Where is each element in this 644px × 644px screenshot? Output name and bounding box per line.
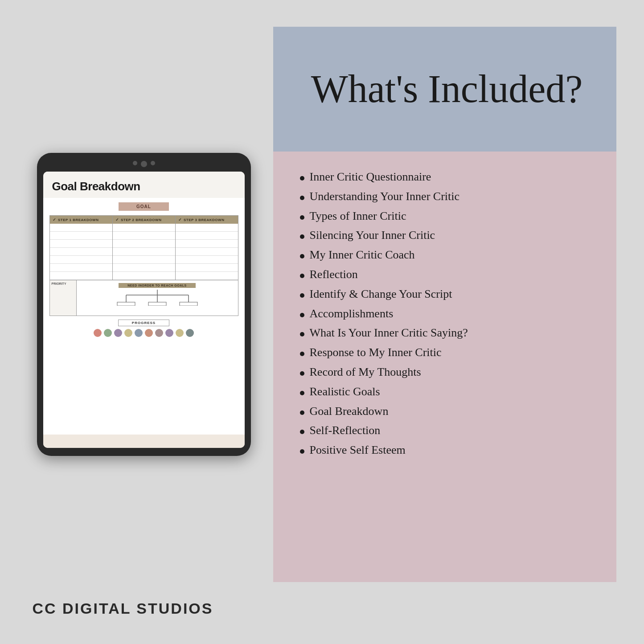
step1-rows (50, 224, 112, 280)
step3-row (176, 264, 238, 272)
needs-section: PRIORITY NEED INORDER TO REACH GOALS (49, 280, 238, 316)
step2-cell (113, 232, 175, 239)
tablet-dot-2 (151, 161, 155, 165)
color-dot-0 (94, 329, 102, 337)
bullet-icon-10 (300, 371, 304, 376)
list-item-6: Identify & Change Your Script (300, 287, 594, 302)
screen-body: GOAL ✓ STEP 1 BREAKDOWN (43, 198, 245, 435)
grid-left: PRIORITY (50, 280, 77, 316)
step-col-3: ✓ STEP 3 BREAKDOWN (176, 216, 238, 280)
list-item-text-11: Realistic Goals (310, 384, 380, 399)
step3-row (176, 256, 238, 264)
step2-row (113, 248, 175, 256)
step1-row (50, 248, 112, 256)
list-item-text-14: Positive Self Esteem (310, 443, 406, 458)
tablet-screen: Goal Breakdown GOAL ✓ STEP 1 BREAKDOWN (43, 172, 245, 448)
list-item-text-8: What Is Your Inner Critic Saying? (310, 325, 468, 340)
screen-header: Goal Breakdown (43, 172, 245, 198)
list-item-7: Accomplishments (300, 306, 594, 321)
list-item-text-7: Accomplishments (310, 306, 394, 321)
list-item-9: Response to My Inner Critic (300, 345, 594, 360)
list-item-1: Understanding Your Inner Critic (300, 189, 594, 204)
list-item-2: Types of Inner Critic (300, 209, 594, 224)
step1-row (50, 264, 112, 272)
tablet-dot-camera (141, 161, 147, 167)
bullet-icon-4 (300, 254, 304, 258)
tablet-side: Goal Breakdown GOAL ✓ STEP 1 BREAKDOWN (28, 27, 260, 582)
step3-row (176, 232, 238, 240)
screen-bottom-bg (43, 435, 245, 448)
list-item-8: What Is Your Inner Critic Saying? (300, 325, 594, 340)
list-item-text-12: Goal Breakdown (310, 404, 389, 419)
list-item-text-13: Self-Reflection (310, 423, 381, 438)
list-box: Inner Critic QuestionnaireUnderstanding … (273, 152, 616, 582)
need-label-box: NEED INORDER TO REACH GOALS (119, 283, 195, 288)
list-item-text-2: Types of Inner Critic (310, 209, 406, 224)
step2-row (113, 224, 175, 232)
color-dot-3 (124, 329, 132, 337)
step2-row (113, 264, 175, 272)
step2-row (113, 272, 175, 280)
list-item-text-6: Identify & Change Your Script (310, 287, 452, 302)
step1-check-icon: ✓ (53, 217, 57, 222)
list-item-text-4: My Inner Critic Coach (310, 247, 415, 263)
goal-label-box: GOAL (119, 202, 169, 211)
svg-rect-6 (148, 302, 166, 306)
color-dot-2 (114, 329, 122, 337)
footer-row: CC DIGITAL STUDIOS (28, 600, 616, 617)
list-item-10: Record of My Thoughts (300, 365, 594, 380)
tablet-frame: Goal Breakdown GOAL ✓ STEP 1 BREAKDOWN (37, 153, 251, 456)
step2-cell (113, 240, 175, 247)
step1-cell (50, 232, 112, 239)
step3-rows (176, 224, 238, 280)
bullet-icon-3 (300, 234, 304, 239)
bullet-icon-14 (300, 449, 304, 454)
included-list: Inner Critic QuestionnaireUnderstanding … (300, 169, 594, 458)
step2-check-icon: ✓ (115, 217, 119, 222)
screen-doc-title: Goal Breakdown (52, 180, 236, 193)
list-item-5: Reflection (300, 267, 594, 282)
list-item-14: Positive Self Esteem (300, 443, 594, 458)
step3-cell (176, 272, 238, 279)
step3-header: ✓ STEP 3 BREAKDOWN (176, 216, 238, 224)
step2-label: STEP 2 BREAKDOWN (121, 218, 161, 222)
step1-cell (50, 256, 112, 263)
color-dot-9 (186, 329, 194, 337)
page-container: Goal Breakdown GOAL ✓ STEP 1 BREAKDOWN (0, 0, 644, 644)
step3-row (176, 240, 238, 248)
bullet-icon-6 (300, 293, 304, 298)
step2-rows (113, 224, 175, 280)
step1-cell (50, 224, 112, 231)
list-item-text-1: Understanding Your Inner Critic (310, 189, 460, 204)
step-col-1: ✓ STEP 1 BREAKDOWN (50, 216, 113, 280)
step3-cell (176, 248, 238, 255)
progress-label-box: PROGRESS (118, 320, 169, 326)
goal-label-row: GOAL (49, 202, 238, 211)
step2-cell (113, 224, 175, 231)
step1-row (50, 240, 112, 248)
grid-right: NEED INORDER TO REACH GOALS (77, 280, 238, 316)
bullet-icon-8 (300, 332, 304, 336)
bullet-icon-11 (300, 391, 304, 395)
list-item-4: My Inner Critic Coach (300, 247, 594, 263)
step1-row (50, 272, 112, 280)
bullet-icon-13 (300, 430, 304, 434)
bullet-icon-9 (300, 352, 304, 356)
step3-row (176, 224, 238, 232)
svg-rect-5 (117, 302, 135, 306)
step1-cell (50, 264, 112, 271)
step3-cell (176, 256, 238, 263)
step2-row (113, 232, 175, 240)
tablet-camera-row (133, 161, 155, 167)
list-item-text-3: Silencing Your Inner Critic (310, 228, 435, 243)
color-dot-6 (155, 329, 163, 337)
step1-row (50, 224, 112, 232)
step-col-2: ✓ STEP 2 BREAKDOWN (113, 216, 176, 280)
step3-check-icon: ✓ (178, 217, 182, 222)
step2-cell (113, 264, 175, 271)
step-headers: ✓ STEP 1 BREAKDOWN (49, 215, 238, 280)
step2-row (113, 256, 175, 264)
step3-label: STEP 3 BREAKDOWN (184, 218, 224, 222)
step3-row (176, 272, 238, 280)
step3-cell (176, 232, 238, 239)
